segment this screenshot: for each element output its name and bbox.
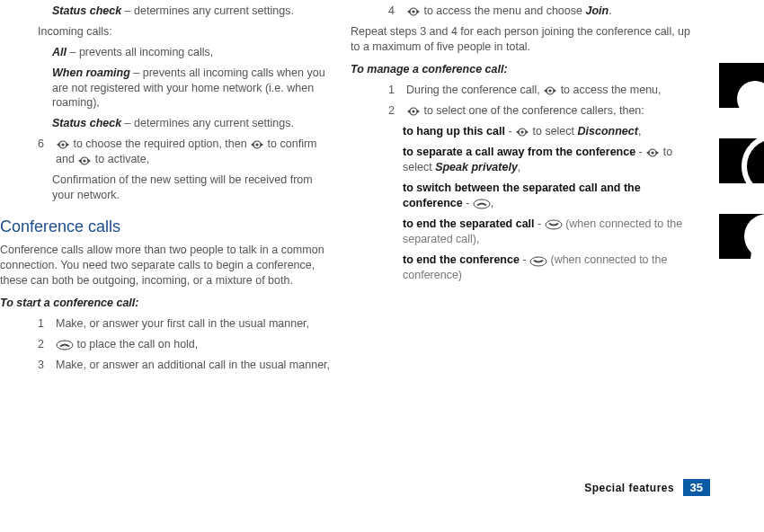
right-column: 4 to access the menu and choose Join. Re… — [351, 4, 697, 378]
footer-section-label: Special features — [584, 482, 674, 494]
manage-step-2: 2 to select one of the conference caller… — [351, 103, 697, 119]
nav-key-icon — [515, 124, 529, 139]
start-conf-heading: To start a conference call: — [0, 296, 333, 311]
left-column: Status check – determines any current se… — [0, 4, 333, 378]
side-tab-1 — [719, 63, 764, 108]
nav-key-icon — [250, 137, 264, 152]
opt-end-conference: to end the conference - (when connected … — [351, 253, 697, 283]
opt-switch: to switch between the separated call and… — [351, 181, 697, 211]
nav-key-icon — [406, 103, 421, 119]
start-step-2: 2 to place the call on hold, — [0, 337, 333, 352]
section-desc: Conference calls allow more than two peo… — [0, 243, 333, 288]
page-columns: Status check – determines any current se… — [0, 0, 764, 378]
svg-point-16 — [412, 111, 414, 113]
manage-conf-heading: To manage a conference call: — [351, 62, 697, 77]
step-6-confirmation: Confirmation of the new setting will be … — [0, 173, 333, 203]
nav-key-icon — [543, 83, 557, 98]
svg-point-20 — [652, 152, 654, 155]
end-key-icon — [545, 217, 563, 232]
step-6: 6 to choose the required option, then to… — [0, 137, 333, 167]
call-key-icon — [473, 196, 491, 211]
svg-point-12 — [412, 11, 414, 13]
footer-page-number: 35 — [683, 479, 710, 496]
opt-when-roaming: When roaming – prevents all incoming cal… — [0, 66, 333, 111]
side-tab-2 — [719, 138, 764, 183]
svg-point-18 — [520, 131, 523, 134]
svg-point-7 — [256, 144, 259, 146]
nav-key-icon — [645, 145, 660, 160]
nav-key-icon — [77, 153, 92, 168]
svg-point-5 — [61, 144, 64, 146]
start-step-4: 4 to access the menu and choose Join. — [351, 4, 697, 19]
opt-all: All – prevents all incoming calls, — [0, 45, 333, 60]
nav-key-icon — [406, 4, 421, 19]
repeat-note: Repeat steps 3 and 4 for each person joi… — [351, 24, 697, 55]
section-conference-calls: Conference calls — [0, 216, 333, 237]
side-tabs — [719, 63, 764, 259]
call-key-icon — [56, 337, 74, 352]
svg-point-9 — [84, 159, 86, 162]
side-tab-3 — [719, 214, 764, 259]
start-step-3: 3 Make, or answer an additional call in … — [0, 358, 333, 373]
incoming-calls-label: Incoming calls: — [0, 24, 333, 40]
nav-key-icon — [56, 137, 70, 152]
opt-end-separated: to end the separated call - (when connec… — [351, 217, 697, 247]
manage-step-1: 1 During the conference call, to access … — [351, 83, 697, 98]
start-step-1: 1 Make, or answer your first call in the… — [0, 316, 333, 332]
status-check-1: Status check – determines any current se… — [0, 4, 333, 19]
opt-hang-up: to hang up this call - to select Disconn… — [351, 124, 697, 139]
page-footer: Special features 35 — [0, 479, 710, 496]
end-key-icon — [529, 253, 547, 269]
opt-separate: to separate a call away from the confere… — [351, 145, 697, 175]
svg-point-14 — [549, 89, 552, 92]
status-check-2: Status check – determines any current se… — [0, 116, 333, 131]
